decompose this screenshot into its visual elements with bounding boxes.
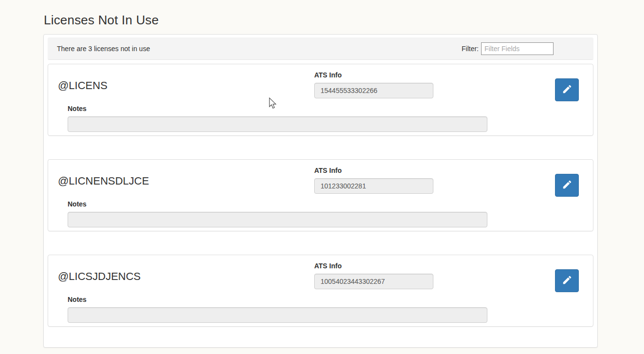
edit-license-button[interactable]: [555, 78, 579, 101]
pencil-icon: [562, 275, 572, 287]
ats-info-group: ATS Info: [314, 167, 433, 194]
edit-license-button[interactable]: [555, 269, 579, 292]
license-card: @LICSJDJENCS ATS Info Notes: [48, 255, 593, 327]
license-name: @LICENS: [58, 79, 107, 92]
ats-info-input[interactable]: [314, 178, 433, 194]
panel-heading: There are 3 licenses not in use Filter:: [48, 37, 593, 60]
notes-group: Notes: [68, 105, 487, 132]
ats-info-group: ATS Info: [314, 262, 433, 289]
ats-info-group: ATS Info: [314, 71, 433, 98]
license-card: @LICENS ATS Info Notes: [48, 64, 593, 136]
filter-input[interactable]: [481, 42, 554, 55]
ats-info-input[interactable]: [314, 83, 433, 98]
filter-group: Filter:: [462, 42, 554, 55]
pencil-icon: [562, 84, 572, 96]
notes-input[interactable]: [68, 116, 487, 132]
license-card: @LICNENSDLJCE ATS Info Notes: [48, 159, 593, 231]
edit-license-button[interactable]: [555, 174, 579, 197]
ats-info-label: ATS Info: [314, 262, 433, 270]
license-name: @LICNENSDLJCE: [58, 175, 149, 187]
notes-input[interactable]: [68, 212, 487, 227]
license-name: @LICSJDJENCS: [58, 270, 141, 283]
licenses-count-summary: There are 3 licenses not in use: [57, 45, 150, 53]
notes-input[interactable]: [68, 307, 487, 323]
page-title: Licenses Not In Use: [44, 13, 644, 28]
notes-label: Notes: [68, 105, 487, 112]
ats-info-label: ATS Info: [314, 71, 433, 79]
licenses-panel: There are 3 licenses not in use Filter: …: [43, 34, 598, 348]
filter-label: Filter:: [462, 45, 479, 53]
ats-info-label: ATS Info: [314, 167, 433, 174]
pencil-icon: [562, 179, 572, 191]
notes-group: Notes: [68, 296, 487, 323]
notes-label: Notes: [68, 296, 487, 303]
notes-label: Notes: [68, 200, 487, 208]
ats-info-input[interactable]: [314, 274, 433, 289]
notes-group: Notes: [68, 200, 487, 227]
